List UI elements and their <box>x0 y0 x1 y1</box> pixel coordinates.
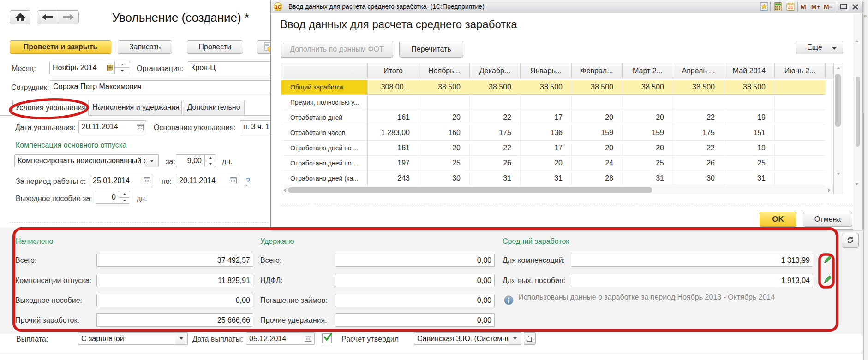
svg-text:31: 31 <box>788 5 794 10</box>
svg-text:1С: 1С <box>275 5 281 10</box>
